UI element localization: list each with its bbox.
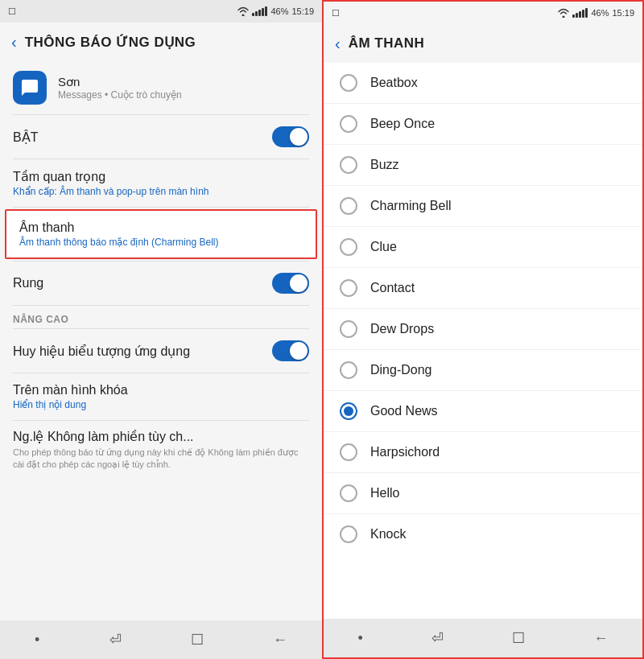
- radio-button-10[interactable]: [340, 484, 357, 502]
- right-bottom-nav: • ⏎ ☐ ←: [324, 619, 642, 657]
- am-thanh-subtitle: Âm thanh thông báo mặc định (Charming Be…: [19, 237, 303, 248]
- bat-toggle[interactable]: [272, 126, 309, 147]
- nav-back-left[interactable]: ←: [257, 625, 303, 655]
- left-bottom-nav: • ⏎ ☐ ←: [0, 620, 322, 659]
- radio-button-5[interactable]: [340, 279, 357, 297]
- right-status-bar: ☐ 46% 15:19: [324, 2, 642, 24]
- radio-button-8[interactable]: [340, 402, 357, 420]
- bat-label: BẬT: [13, 130, 38, 145]
- bat-toggle-row[interactable]: BẬT: [0, 115, 322, 159]
- radio-button-9[interactable]: [340, 443, 357, 461]
- right-notification-icon: ☐: [332, 8, 340, 19]
- app-item[interactable]: Sơn Messages • Cuộc trò chuyện: [0, 61, 322, 114]
- tam-quan-trong-subtitle: Khẩn cấp: Âm thanh và pop-up trên màn hì…: [13, 186, 309, 197]
- radio-button-6[interactable]: [340, 320, 357, 338]
- sound-name-9: Harpsichord: [370, 445, 440, 459]
- rung-toggle-row[interactable]: Rung: [0, 262, 322, 305]
- app-subtitle: Messages • Cuộc trò chuyện: [58, 89, 182, 101]
- sound-item[interactable]: Contact: [324, 268, 642, 309]
- battery-pct-left: 46%: [270, 6, 288, 16]
- app-name: Sơn: [58, 75, 182, 89]
- left-page-title: THÔNG BÁO ỨNG DỤNG: [25, 34, 196, 51]
- right-top-bar: ‹ ÂM THANH: [324, 24, 642, 63]
- sound-item[interactable]: Ding-Dong: [324, 350, 642, 391]
- sound-name-1: Beep Once: [370, 117, 435, 131]
- radio-button-0[interactable]: [340, 74, 357, 92]
- nav-back-right[interactable]: ←: [577, 624, 624, 653]
- tren-subtitle: Hiển thị nội dung: [13, 399, 309, 410]
- tren-title: Trên màn hình khóa: [13, 383, 309, 397]
- sound-item[interactable]: Charming Bell: [324, 186, 642, 227]
- am-thanh-row[interactable]: Âm thanh Âm thanh thông báo mặc định (Ch…: [5, 209, 317, 259]
- sound-name-3: Charming Bell: [370, 199, 451, 213]
- sound-name-6: Dew Drops: [370, 322, 434, 336]
- sound-list: BeatboxBeep OnceBuzzCharming BellClueCon…: [324, 63, 642, 619]
- nav-return-left[interactable]: ⏎: [93, 624, 138, 655]
- ng-le-title: Ng.lệ Không làm phiền tùy ch...: [13, 429, 309, 444]
- sound-name-4: Clue: [370, 240, 397, 254]
- notification-icon: ☐: [8, 6, 16, 17]
- nav-dot-left[interactable]: •: [19, 625, 56, 655]
- sound-item[interactable]: Dew Drops: [324, 309, 642, 350]
- sound-item[interactable]: Beatbox: [324, 63, 642, 104]
- radio-button-2[interactable]: [340, 156, 357, 174]
- sound-name-8: Good News: [370, 404, 438, 418]
- sound-item[interactable]: Beep Once: [324, 104, 642, 145]
- nav-square-left[interactable]: ☐: [175, 624, 220, 655]
- nav-square-right[interactable]: ☐: [496, 623, 541, 653]
- sound-name-7: Ding-Dong: [370, 363, 431, 377]
- rung-label: Rung: [13, 276, 43, 290]
- right-wifi-icon: [558, 8, 569, 18]
- left-status-bar: ☐ 46% 15:19: [0, 0, 322, 23]
- rung-toggle[interactable]: [272, 273, 309, 294]
- am-thanh-title: Âm thanh: [19, 220, 303, 235]
- radio-button-7[interactable]: [340, 361, 357, 379]
- right-panel: ☐ 46% 15:19 ‹ ÂM THANH BeatboxBeep OnceB…: [322, 0, 644, 659]
- right-signal-icon: [572, 8, 588, 18]
- divider-3: [13, 207, 309, 208]
- radio-button-4[interactable]: [340, 238, 357, 256]
- ng-le-row[interactable]: Ng.lệ Không làm phiền tùy ch... Cho phép…: [0, 421, 322, 480]
- radio-button-11[interactable]: [340, 525, 357, 543]
- right-status-left: ☐: [332, 8, 340, 19]
- sound-item[interactable]: Clue: [324, 227, 642, 268]
- nang-cao-header: NÂNG CAO: [0, 306, 322, 328]
- wifi-icon: [237, 6, 249, 16]
- sound-item[interactable]: Good News: [324, 391, 642, 432]
- right-page-title: ÂM THANH: [349, 35, 425, 51]
- sound-name-10: Hello: [370, 486, 399, 500]
- sound-item[interactable]: Buzz: [324, 145, 642, 186]
- sound-item[interactable]: Hello: [324, 473, 642, 514]
- right-status-right: 46% 15:19: [558, 8, 634, 18]
- radio-button-3[interactable]: [340, 197, 357, 215]
- sound-name-5: Contact: [370, 281, 415, 295]
- sound-item[interactable]: Harpsichord: [324, 432, 642, 473]
- app-icon: [13, 71, 47, 105]
- left-panel: ☐ 46% 15:19 ‹ THÔNG BÁO ỨNG DỤNG: [0, 0, 322, 659]
- huy-hieu-row[interactable]: Huy hiệu biểu tượng ứng dụng: [0, 329, 322, 373]
- tren-row[interactable]: Trên màn hình khóa Hiển thị nội dung: [0, 373, 322, 420]
- left-top-bar: ‹ THÔNG BÁO ỨNG DỤNG: [0, 23, 322, 61]
- sound-item[interactable]: Knock: [324, 514, 642, 554]
- right-battery-pct: 46%: [591, 8, 609, 18]
- sound-name-0: Beatbox: [370, 76, 418, 90]
- signal-icon: [252, 6, 267, 16]
- nav-dot-right[interactable]: •: [342, 624, 379, 653]
- ng-le-desc: Cho phép thông báo từ ứng dụng này khi c…: [13, 447, 309, 472]
- left-status-left: ☐: [8, 6, 16, 17]
- nav-return-right[interactable]: ⏎: [415, 623, 460, 653]
- app-info: Sơn Messages • Cuộc trò chuyện: [58, 75, 182, 101]
- sound-name-11: Knock: [370, 527, 406, 542]
- tam-quan-trong-row[interactable]: Tầm quan trọng Khẩn cấp: Âm thanh và pop…: [0, 159, 322, 207]
- huy-hieu-label: Huy hiệu biểu tượng ứng dụng: [13, 344, 190, 359]
- huy-hieu-toggle[interactable]: [272, 340, 309, 361]
- time-left: 15:19: [291, 6, 314, 16]
- left-status-right: 46% 15:19: [237, 6, 314, 16]
- left-settings-list: Sơn Messages • Cuộc trò chuyện BẬT Tầm q…: [0, 61, 322, 620]
- tam-quan-trong-title: Tầm quan trọng: [13, 169, 309, 184]
- right-time: 15:19: [612, 8, 634, 18]
- radio-button-1[interactable]: [340, 115, 357, 133]
- left-back-button[interactable]: ‹: [11, 34, 17, 50]
- sound-name-2: Buzz: [370, 158, 399, 172]
- right-back-button[interactable]: ‹: [335, 35, 341, 51]
